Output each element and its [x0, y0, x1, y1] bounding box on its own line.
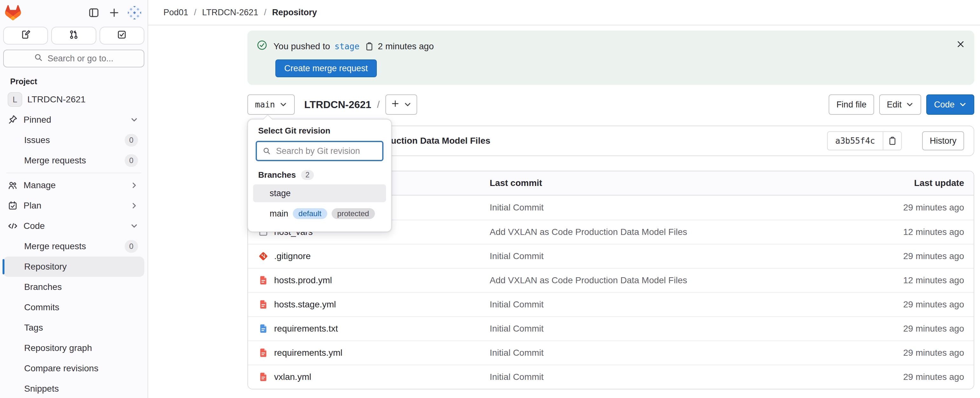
sidebar-item-commits[interactable]: Commits [3, 297, 144, 318]
last-commit-cell[interactable]: Initial Commit [490, 202, 840, 213]
add-file-dropdown-button[interactable] [385, 94, 417, 115]
edit-dropdown-button[interactable]: Edit [879, 94, 921, 115]
branch-option-stage[interactable]: stage [253, 185, 386, 202]
sidebar-item-compare-revisions[interactable]: Compare revisions [3, 358, 144, 379]
search-icon [262, 147, 271, 155]
topbar: Pod01 / LTRDCN-2621 / Repository [148, 0, 980, 25]
commit-sha: a3b55f4c [828, 136, 883, 146]
code-dropdown-button[interactable]: Code [926, 94, 974, 115]
table-row[interactable]: hosts.prod.ymlAdd VXLAN as Code Producti… [248, 268, 974, 292]
table-row[interactable]: requirements.ymlInitial Commit29 minutes… [248, 341, 974, 365]
table-row[interactable]: hosts.stage.ymlInitial Commit29 minutes … [248, 292, 974, 316]
merge-requests-icon [69, 30, 79, 42]
project-avatar: L [8, 92, 22, 107]
edit-label: Edit [887, 100, 902, 110]
sidebar-item-label: Repository graph [24, 343, 92, 353]
file-name-cell: requirements.txt [248, 324, 490, 334]
sidebar-item-pinned[interactable]: Pinned [3, 110, 144, 130]
copy-branch-button[interactable] [364, 41, 375, 52]
sidebar-nav: PinnedIssues0Merge requests0ManagePlanCo… [0, 110, 148, 398]
file-name-link[interactable]: hosts.prod.yml [274, 275, 332, 285]
branch-option-main[interactable]: maindefaultprotected [253, 205, 386, 223]
file-name-link[interactable]: requirements.txt [274, 324, 338, 334]
code-label: Code [934, 100, 955, 110]
banner-branch-link[interactable]: stage [334, 41, 359, 51]
sidebar-item-merge-requests[interactable]: Merge requests0 [3, 150, 144, 171]
sidebar-item-code[interactable]: Code [3, 216, 144, 236]
sidebar-item-branches[interactable]: Branches [3, 277, 144, 297]
code-icon [8, 221, 18, 231]
last-commit-cell[interactable]: Add VXLAN as Code Production Data Model … [490, 227, 840, 237]
revision-search-input[interactable] [276, 146, 382, 156]
last-commit-cell[interactable]: Initial Commit [490, 372, 840, 382]
count-badge: 0 [125, 134, 138, 146]
file-name-cell: hosts.stage.yml [248, 299, 490, 310]
branch-selector-button[interactable]: main [247, 94, 295, 115]
table-row[interactable]: vxlan.ymlInitial Commit29 minutes ago [248, 365, 974, 389]
todos-icon [117, 30, 127, 42]
sidebar-item-label: Manage [24, 180, 56, 190]
close-icon[interactable] [955, 38, 967, 50]
sidebar-item-plan[interactable]: Plan [3, 196, 144, 216]
sidebar-item-project[interactable]: L LTRDCN-2621 [3, 89, 144, 110]
chevron-right-icon [130, 181, 138, 189]
branches-count-badge: 2 [301, 170, 314, 180]
last-commit-cell[interactable]: Add VXLAN as Code Production Data Model … [490, 275, 840, 285]
file-name-link[interactable]: vxlan.yml [274, 372, 311, 382]
file-red-icon [258, 348, 268, 358]
main-content: You pushed to stage 2 minutes ago Create… [148, 25, 980, 398]
file-name-link[interactable]: .gitignore [274, 251, 311, 261]
todos-shortcut-button[interactable] [100, 27, 144, 45]
last-commit-cell[interactable]: Initial Commit [490, 251, 840, 261]
sidebar-item-tags[interactable]: Tags [3, 318, 144, 338]
sidebar-item-label: Plan [24, 201, 41, 211]
sidebar-item-manage[interactable]: Manage [3, 175, 144, 196]
user-avatar[interactable] [128, 6, 141, 19]
sidebar-item-repository-graph[interactable]: Repository graph [3, 338, 144, 358]
sidebar-item-issues[interactable]: Issues0 [3, 130, 144, 150]
sidebar-item-merge-requests[interactable]: Merge requests0 [3, 236, 144, 256]
sidebar-item-label: Tags [24, 323, 43, 333]
default-badge: default [293, 208, 327, 219]
create-new-button[interactable] [108, 6, 121, 19]
merge-requests-shortcut-button[interactable] [51, 27, 96, 45]
chevron-right-icon [130, 202, 138, 210]
history-button[interactable]: History [922, 131, 964, 150]
last-commit-cell[interactable]: Initial Commit [490, 324, 840, 334]
create-merge-request-button[interactable]: Create merge request [275, 59, 377, 77]
find-file-button[interactable]: Find file [829, 94, 874, 115]
last-commit-cell[interactable]: Initial Commit [490, 348, 840, 358]
revision-search-box [256, 141, 383, 161]
breadcrumb-project[interactable]: LTRDCN-2621 [202, 8, 259, 18]
file-red-icon [258, 299, 268, 310]
breadcrumb-group[interactable]: Pod01 [164, 8, 188, 18]
search-or-go-to-input[interactable]: Search or go to... [3, 49, 144, 67]
users-icon [8, 180, 18, 190]
table-row[interactable]: requirements.txtInitial Commit29 minutes… [248, 316, 974, 341]
column-last-commit: Last commit [490, 178, 840, 188]
file-name-cell: .gitignore [248, 251, 490, 261]
super-sidebar: Search or go to... Project L LTRDCN-2621… [0, 0, 148, 398]
file-name-link[interactable]: hosts.stage.yml [274, 299, 336, 310]
issues-icon [21, 30, 31, 42]
chevron-down-icon [280, 101, 287, 108]
last-update-cell: 29 minutes ago [840, 348, 974, 358]
push-notification-banner: You pushed to stage 2 minutes ago Create… [247, 30, 974, 85]
sidebar-item-label: Branches [24, 282, 62, 292]
chevron-down-icon [130, 222, 138, 230]
copy-sha-button[interactable] [883, 131, 901, 150]
sidebar-toggle-button[interactable] [87, 6, 100, 19]
sidebar-item-repository[interactable]: Repository [3, 256, 144, 277]
sidebar-section-label: Project [10, 77, 148, 86]
file-name-cell: requirements.yml [248, 348, 490, 358]
table-row[interactable]: .gitignoreInitial Commit29 minutes ago [248, 244, 974, 268]
issues-shortcut-button[interactable] [3, 27, 48, 45]
last-update-cell: 29 minutes ago [840, 202, 974, 213]
project-name: LTRDCN-2621 [27, 94, 86, 105]
gitlab-logo-icon[interactable] [5, 5, 21, 20]
last-commit-cell[interactable]: Initial Commit [490, 299, 840, 310]
file-name-link[interactable]: requirements.yml [274, 348, 342, 358]
dropdown-title: Select Git revision [248, 119, 391, 141]
sidebar-item-snippets[interactable]: Snippets [3, 379, 144, 398]
chevron-down-icon [959, 101, 967, 108]
